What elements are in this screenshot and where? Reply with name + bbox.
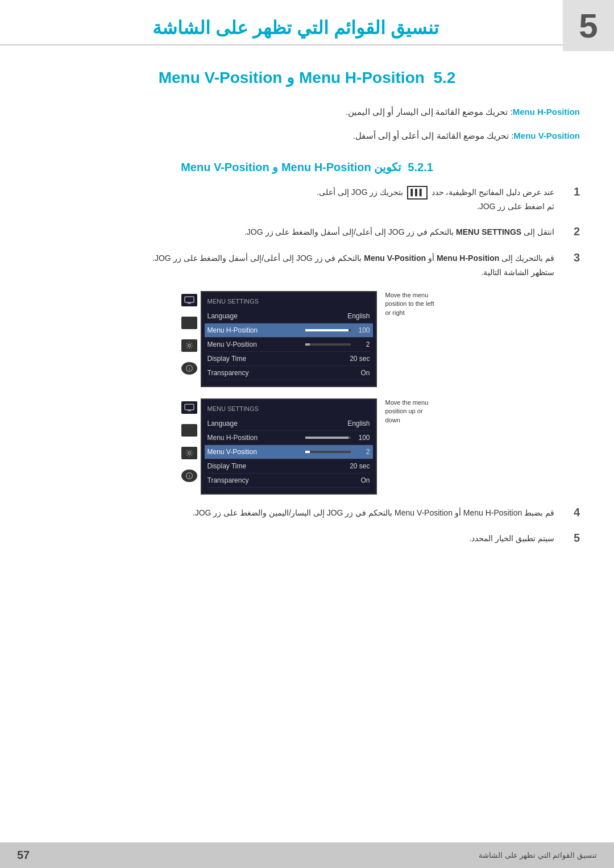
menu-row-transparency-1: Transparency On — [208, 366, 370, 380]
subsection-title-en: Menu H-Position و Menu V-Position — [181, 161, 371, 173]
menu-screen-2-title: MENU SETTINGS — [208, 405, 370, 412]
menu-row-h-position-1: Menu H-Position 100 — [205, 323, 373, 338]
screen-1-tooltip: Move the menu position to the left or ri… — [385, 291, 437, 317]
step-2-text: انتقل إلى MENU SETTINGS بالتحكم في زر JO… — [34, 225, 554, 239]
section-number: 5.2 — [433, 69, 455, 86]
monitor-icon-gear-2 — [181, 447, 197, 459]
section-title: Menu H-Position و Menu V-Position — [159, 69, 425, 86]
step-1-text: عند عرض دليل المفاتيح الوظيفية، حدد ▌▌▌ … — [34, 185, 554, 214]
step-1-number: 1 — [563, 185, 580, 198]
menu-row-transparency-2: Transparency On — [208, 474, 370, 488]
screens-container: i MENU SETTINGS Language English Menu H-… — [0, 291, 614, 495]
footer-page-number: 57 — [17, 849, 30, 862]
chapter-title: تنسيق القوائم التي تظهر على الشاشة — [0, 17, 614, 39]
screen-2-wrapper: i MENU SETTINGS Language English Menu H-… — [178, 398, 437, 495]
step-5: 5 سيتم تطبيق الخيار المحدد. — [34, 531, 580, 546]
page-footer: تنسيق القوائم التي تظهر على الشاشة 57 — [0, 842, 614, 868]
screen-1-wrapper: i MENU SETTINGS Language English Menu H-… — [178, 291, 437, 387]
monitor-icon-screen-2 — [181, 401, 197, 414]
jog-icon: ▌▌▌ — [407, 186, 427, 200]
step-4-text: قم بضبط Menu H-Position أو Menu V-Positi… — [34, 506, 554, 520]
definition-h-position: Menu H-Position: تحريك موضع القائمة إلى … — [34, 104, 580, 119]
menu-row-language-2: Language English — [208, 417, 370, 431]
step-2: 2 انتقل إلى MENU SETTINGS بالتحكم في زر … — [34, 225, 580, 239]
menu-row-display-time-2: Display Time 20 sec — [208, 459, 370, 474]
step-3: 3 قم بالتحريك إلى Menu H-Position أو Men… — [34, 251, 580, 280]
footer-chapter-text: تنسيق القوائم التي تظهر على الشاشة — [479, 851, 597, 859]
subsection-title: تكوين — [374, 161, 401, 173]
menu-row-v-position-2: Menu V-Position 2 — [205, 445, 373, 459]
monitor-icon-screen — [181, 294, 197, 306]
step-4: 4 قم بضبط Menu H-Position أو Menu V-Posi… — [34, 506, 580, 520]
monitor-icon-info-2: i — [181, 470, 197, 482]
step-3-text: قم بالتحريك إلى Menu H-Position أو Menu … — [34, 251, 554, 280]
menu-screen-1-title: MENU SETTINGS — [208, 298, 370, 305]
screen-1-monitor: i MENU SETTINGS Language English Menu H-… — [178, 291, 377, 387]
menu-row-h-position-2: Menu H-Position 100 — [208, 431, 370, 445]
page-header: تنسيق القوائم التي تظهر على الشاشة 5 — [0, 0, 614, 45]
term-h-position: Menu H-Position — [513, 107, 580, 117]
monitor-icon-menu — [181, 317, 197, 329]
svg-text:i: i — [189, 474, 190, 478]
menu-row-language-1: Language English — [208, 309, 370, 323]
svg-text:i: i — [189, 367, 190, 371]
monitor-icons-1: i — [178, 291, 201, 375]
steps-4-5: 4 قم بضبط Menu H-Position أو Menu V-Posi… — [34, 506, 580, 546]
svg-point-7 — [188, 452, 190, 455]
content-area: 5.2 Menu H-Position و Menu V-Position Me… — [0, 68, 614, 591]
subsection-number: 5.2.1 — [408, 161, 433, 173]
svg-rect-5 — [185, 404, 194, 410]
monitor-icon-gear — [181, 339, 197, 352]
screen-2-monitor: i MENU SETTINGS Language English Menu H-… — [178, 398, 377, 495]
svg-rect-0 — [185, 297, 194, 302]
menu-screen-2: MENU SETTINGS Language English Menu H-Po… — [201, 398, 377, 495]
definition-v-position: Menu V-Position: تحريك موضع القائمة إلى … — [34, 128, 580, 143]
term-v-position: Menu V-Position — [513, 131, 580, 140]
step-5-text: سيتم تطبيق الخيار المحدد. — [34, 531, 554, 546]
svg-rect-6 — [188, 410, 191, 412]
menu-row-display-time-1: Display Time 20 sec — [208, 352, 370, 366]
monitor-icon-info: i — [181, 362, 197, 375]
monitor-icon-menu-2 — [181, 424, 197, 437]
svg-point-2 — [188, 344, 190, 347]
step-4-number: 4 — [563, 506, 580, 519]
chapter-number: 5 — [563, 0, 614, 51]
step-3-number: 3 — [563, 251, 580, 264]
subsection-heading: 5.2.1 تكوين Menu H-Position و Menu V-Pos… — [11, 160, 603, 174]
monitor-icons-2: i — [178, 398, 201, 482]
section-heading: 5.2 Menu H-Position و Menu V-Position — [11, 68, 603, 87]
step-5-number: 5 — [563, 531, 580, 545]
step-1: 1 عند عرض دليل المفاتيح الوظيفية، حدد ▌▌… — [34, 185, 580, 214]
steps-list: 1 عند عرض دليل المفاتيح الوظيفية، حدد ▌▌… — [34, 185, 580, 280]
svg-rect-1 — [188, 303, 191, 304]
step-2-number: 2 — [563, 225, 580, 238]
screen-2-tooltip: Move the menu position up or down — [385, 398, 437, 425]
menu-row-v-position-1: Menu V-Position 2 — [208, 338, 370, 352]
menu-screen-1: MENU SETTINGS Language English Menu H-Po… — [201, 291, 377, 387]
